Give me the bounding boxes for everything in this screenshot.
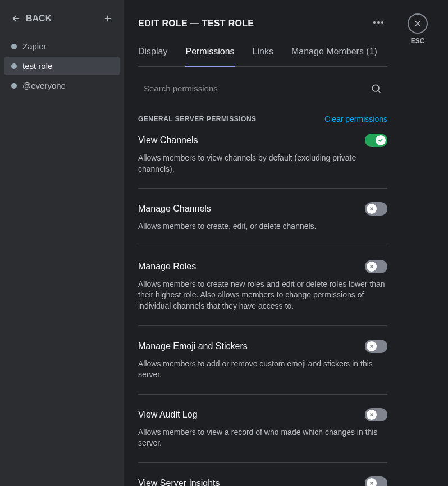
section-title: GENERAL SERVER PERMISSIONS — [138, 115, 257, 123]
x-icon — [367, 262, 377, 272]
permission-toggle[interactable] — [365, 134, 387, 147]
plus-icon — [103, 13, 113, 24]
svg-point-0 — [373, 21, 376, 24]
page-title: EDIT ROLE — TEST ROLE — [138, 19, 254, 29]
role-name: Zapier — [22, 42, 47, 51]
close-button[interactable] — [408, 13, 428, 34]
search-box[interactable] — [138, 78, 387, 99]
x-icon — [367, 410, 377, 420]
arrow-left-icon — [11, 13, 21, 24]
x-icon — [367, 341, 377, 351]
dots-horizontal-icon — [372, 16, 385, 29]
permission-item: View Audit Log Allows members to view a … — [138, 408, 387, 463]
role-name: test role — [22, 61, 52, 71]
permission-item: View Server Insights Allows members to v… — [138, 476, 387, 486]
esc-label: ESC — [411, 37, 425, 45]
svg-point-1 — [377, 21, 380, 24]
back-button[interactable]: BACK — [11, 13, 52, 24]
permission-title: View Channels — [138, 135, 198, 145]
permission-description: Allows members to create, edit, or delet… — [138, 221, 387, 232]
role-color-dot — [11, 63, 17, 69]
role-color-dot — [11, 83, 17, 89]
x-icon — [367, 478, 377, 486]
permission-item: View Channels Allows members to view cha… — [138, 134, 387, 189]
permission-toggle[interactable] — [365, 260, 387, 273]
svg-point-2 — [381, 21, 383, 24]
x-icon — [367, 204, 377, 214]
more-button[interactable] — [369, 13, 387, 34]
search-icon — [371, 83, 382, 94]
tab[interactable]: Display — [138, 44, 167, 67]
close-icon — [413, 19, 422, 28]
check-icon — [376, 135, 386, 145]
permission-item: Manage Emoji and Stickers Allows members… — [138, 340, 387, 395]
svg-point-3 — [372, 85, 379, 91]
permission-title: Manage Roles — [138, 262, 196, 272]
tab[interactable]: Manage Members (1) — [291, 44, 377, 67]
role-item[interactable]: Zapier — [4, 37, 120, 56]
clear-permissions-link[interactable]: Clear permissions — [324, 114, 387, 123]
role-list: Zapiertest role@everyone — [4, 37, 120, 95]
permission-item: Manage Roles Allows members to create ne… — [138, 260, 387, 326]
permission-item: Manage Channels Allows members to create… — [138, 202, 387, 246]
permissions-list: View Channels Allows members to view cha… — [138, 134, 387, 486]
permission-description: Allows members to create new roles and e… — [138, 279, 387, 312]
role-name: @everyone — [22, 81, 66, 90]
tabs: DisplayPermissionsLinksManage Members (1… — [138, 44, 387, 67]
permission-title: Manage Emoji and Stickers — [138, 341, 248, 351]
permission-title: Manage Channels — [138, 204, 211, 214]
permission-toggle[interactable] — [365, 408, 387, 421]
tab[interactable]: Links — [253, 44, 273, 67]
permission-toggle[interactable] — [365, 476, 387, 486]
search-input[interactable] — [144, 78, 371, 99]
role-color-dot — [11, 44, 17, 49]
permission-description: Allows members to view a record of who m… — [138, 427, 387, 449]
role-item[interactable]: test role — [4, 57, 120, 75]
main-content: EDIT ROLE — TEST ROLE DisplayPermissions… — [125, 0, 448, 486]
permission-toggle[interactable] — [365, 340, 387, 353]
tab[interactable]: Permissions — [185, 44, 234, 67]
permission-title: View Audit Log — [138, 410, 198, 420]
role-item[interactable]: @everyone — [4, 76, 120, 95]
permission-description: Allows members to view channels by defau… — [138, 153, 387, 175]
permission-description: Allows members to add or remove custom e… — [138, 359, 387, 380]
back-label: BACK — [26, 13, 52, 24]
roles-sidebar: BACK Zapiertest role@everyone — [0, 0, 125, 486]
add-role-button[interactable] — [103, 13, 113, 24]
permission-toggle[interactable] — [365, 202, 387, 216]
permission-title: View Server Insights — [138, 478, 220, 486]
